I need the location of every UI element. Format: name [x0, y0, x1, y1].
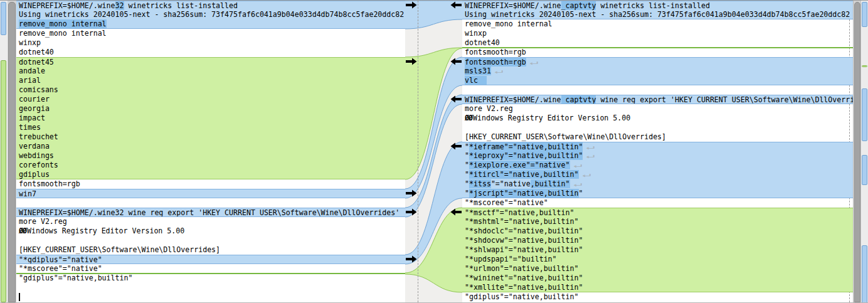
diff-line: WINEPREFIX=$HOME/.wine32 wine reg export…: [16, 208, 405, 217]
left-arrow-icon: [451, 209, 462, 216]
line-text: "*gdiplus"="native": [19, 255, 102, 264]
overview-chunk-mark-insert[interactable]: [862, 65, 867, 67]
overview-chunk-mark-change[interactable]: [862, 2, 867, 27]
overview-chunk-mark-insert[interactable]: [1, 60, 6, 302]
line-text: times: [19, 123, 41, 132]
diff-line: "*wininet"="native,builtin": [462, 274, 853, 283]
diff-line: dotnet40: [462, 38, 853, 48]
push-change-left-button[interactable]: [450, 142, 462, 150]
line-text: dotnet40: [19, 48, 54, 56]
diff-line: arial: [16, 76, 405, 85]
push-change-right-button[interactable]: [406, 255, 417, 263]
inline-change-text: *itircl"="native,builtin": [469, 170, 579, 179]
insertion-point-marker: [16, 273, 405, 274]
push-change-right-button[interactable]: [406, 189, 417, 197]
left-file-textview[interactable]: WINEPREFIX=$HOME/.wine32 winetricks list…: [16, 1, 406, 302]
push-change-right-button[interactable]: [406, 208, 417, 216]
left-arrow-icon: [451, 58, 462, 65]
diff-line: remove_mono internal: [16, 29, 405, 38]
left-arrow-icon: [451, 2, 462, 9]
left-scrollbar[interactable]: [8, 1, 17, 302]
line-text: dotnet45: [19, 58, 54, 66]
line-text: andale: [19, 66, 45, 75]
right-overview-map[interactable]: [860, 1, 868, 302]
push-change-left-button[interactable]: [450, 95, 462, 103]
diff-line: ØØWindows Registry Editor Version 5.00: [462, 114, 853, 123]
right-arrow-icon: [406, 2, 417, 9]
overview-chunk-mark-change[interactable]: [862, 88, 867, 141]
diff-line: "*urlmon"="native,builtin": [462, 264, 853, 274]
inline-change-text: _captvty: [561, 95, 596, 104]
line-text: "*mscoree"="native": [465, 198, 548, 207]
diff-line: "*itircl"="native,builtin"↵: [462, 170, 853, 179]
line-text: fontsmooth=rgb: [465, 48, 526, 56]
push-change-left-button[interactable]: [450, 58, 462, 65]
line-text: more V2.reg: [19, 217, 67, 226]
diff-line: [462, 123, 853, 132]
diff-line: [HKEY_CURRENT_USER\Software\Wine\DllOver…: [462, 132, 853, 142]
line-text: verdana: [19, 142, 50, 151]
diff-line: "*itss"="native,builtin"↵: [462, 179, 853, 189]
line-text: Windows Registry Editor Version 5.00: [473, 114, 630, 122]
inline-change-text: *ieframe"="native,builtin": [469, 142, 583, 151]
push-change-right-button[interactable]: [406, 1, 417, 9]
diff-line: andale: [16, 66, 405, 76]
overview-chunk-mark-change[interactable]: [862, 245, 867, 303]
line-text: ": [579, 189, 583, 198]
inline-change-text: *jscript"="native,builtin: [469, 189, 579, 198]
diff-line: "*shlwapi"="native,builtin": [462, 245, 853, 255]
diff-line: times: [16, 123, 405, 132]
left-margin-line: [418, 1, 418, 302]
inline-change-text: msls31: [465, 66, 491, 75]
right-scrollbar-handle[interactable]: [854, 2, 860, 302]
push-change-right-button[interactable]: [406, 58, 417, 65]
diff-linkmap: [405, 1, 462, 302]
diff-line: "*mscoree"="native": [16, 264, 405, 274]
carriage-return-icon: ↵: [586, 151, 595, 161]
line-text: WINEPREFIX=$HOME/.wine: [465, 1, 561, 10]
diff-line: [16, 283, 405, 292]
line-text: Using winetricks 20240105-next - sha256s…: [465, 10, 850, 19]
line-text: [HKEY_CURRENT_USER\Software\Wine\DllOver…: [465, 132, 666, 141]
line-text: Windows Registry Editor Version 5.00: [27, 226, 184, 235]
line-text: courier: [19, 95, 50, 104]
line-text: "*wininet"="native,builtin": [465, 274, 583, 282]
overview-chunk-mark-change[interactable]: [862, 155, 867, 185]
line-text: ": [465, 151, 469, 160]
diff-line: verdana: [16, 142, 405, 151]
diff-line: "*iexplore.exe"="native"↵: [462, 161, 853, 170]
line-text: "*mscoree"="native": [19, 264, 102, 273]
diff-line: fontsmooth=rgb↵: [462, 57, 853, 66]
line-text: "*shdoclc"="native,builtin": [465, 226, 583, 235]
push-change-left-button[interactable]: [450, 208, 462, 216]
overview-chunk-mark-change[interactable]: [1, 2, 6, 35]
carriage-return-icon: ↵: [494, 66, 503, 76]
line-text: winetricks list-installed: [124, 1, 238, 10]
line-text: ": [465, 189, 469, 198]
diff-line: fontsmooth=rgb: [16, 179, 405, 189]
inline-change-text: [478, 76, 487, 85]
diff-line: "*ieproxy"="native,builtin"↵: [462, 151, 853, 161]
line-text: ": [465, 161, 469, 169]
right-arrow-icon: [406, 209, 417, 216]
diff-line: win7: [16, 189, 405, 198]
carriage-return-icon: ↵: [529, 58, 538, 66]
inline-change-text: vlc: [465, 76, 478, 85]
bom-marker-glyph: ØØ: [465, 114, 472, 122]
carriage-return-icon: ↵: [573, 179, 582, 189]
line-text: "*msctf"="native,builtin": [465, 208, 574, 217]
line-text: "gdiplus"="native,builtin": [19, 274, 132, 282]
push-change-left-button[interactable]: [450, 1, 462, 9]
diff-line: "gdiplus"="native,builtin": [16, 274, 405, 283]
right-file-textview[interactable]: WINEPREFIX=$HOME/.wine_captvty winetrick…: [462, 1, 853, 302]
diff-line: Using winetricks 20240105-next - sha256s…: [462, 10, 853, 19]
line-text: WINEPREFIX=$HOME/.wine: [465, 95, 561, 104]
left-scrollbar-handle[interactable]: [8, 2, 16, 302]
diff-line: fontsmooth=rgb: [462, 48, 853, 57]
line-text: dotnet40: [465, 38, 500, 47]
text-cursor: [19, 293, 20, 301]
inline-change-text: ,builtin": [531, 179, 570, 188]
line-text: "*updspapi"="builtin": [465, 255, 557, 263]
inline-change-text: _captvty: [561, 1, 596, 10]
right-arrow-icon: [406, 58, 417, 65]
